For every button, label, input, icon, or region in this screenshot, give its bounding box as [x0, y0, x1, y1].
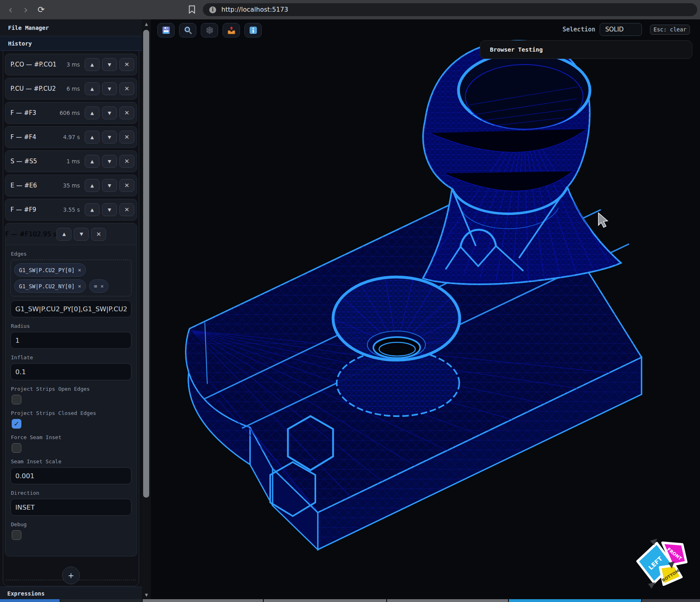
history-header[interactable]: History: [0, 36, 142, 51]
move-up-button[interactable]: ▲: [85, 203, 100, 216]
move-down-button[interactable]: ▼: [102, 82, 117, 95]
view-cube[interactable]: LEFT FRONT BOTTOM: [638, 539, 686, 589]
scrollbar-thumb[interactable]: [143, 30, 149, 498]
search-button[interactable]: [179, 23, 196, 37]
history-item-time: 3.55 s: [63, 206, 80, 213]
direction-input[interactable]: [10, 499, 131, 516]
history-item-label: P.CU — #P.CU2: [10, 85, 56, 92]
history-item[interactable]: P.CU — #P.CU2 6 ms ▲ ▼ ✕: [5, 78, 137, 100]
history-item[interactable]: F — #F4 4.97 s ▲ ▼ ✕: [5, 126, 137, 148]
project-strips-closed-edges-checkbox[interactable]: ✓: [12, 419, 21, 429]
sidebar: File Manager History P.CO — #P.CO1 3 ms …: [0, 19, 142, 602]
history-item-time: 3 ms: [67, 61, 80, 68]
history-list: P.CO — #P.CO1 3 ms ▲ ▼ ✕ P.CU — #P.CU2 6…: [0, 51, 142, 556]
add-operation-button[interactable]: +: [62, 567, 80, 584]
move-down-button[interactable]: ▼: [74, 228, 89, 241]
history-item-label: F — #F3: [10, 109, 36, 117]
history-item-label: P.CO — #P.CO1: [10, 61, 56, 68]
site-info-icon[interactable]: i: [209, 6, 216, 13]
debug-checkbox[interactable]: [12, 530, 21, 540]
delete-button[interactable]: ✕: [119, 58, 134, 71]
bottom-bar-segment[interactable]: [264, 599, 386, 602]
equals-tag-label: =: [94, 283, 97, 290]
edge-tag-label: G1_SW|P.CU2_PY[0]: [19, 267, 75, 273]
model-wireframe: [186, 41, 642, 550]
export-tray-icon: [227, 26, 235, 34]
radius-label: Radius: [11, 323, 137, 329]
export-button[interactable]: [223, 23, 240, 37]
bottom-bar-segment: [642, 599, 700, 602]
move-up-button[interactable]: ▲: [85, 82, 100, 95]
back-icon[interactable]: ‹: [3, 0, 18, 19]
seam-inset-scale-label: Seam Inset Scale: [11, 458, 137, 465]
scroll-up-icon[interactable]: ▲: [142, 22, 151, 26]
url-text[interactable]: http://localhost:5173: [221, 6, 288, 13]
move-down-button[interactable]: ▼: [102, 179, 117, 192]
equals-tag[interactable]: = ✕: [89, 279, 108, 293]
move-down-button[interactable]: ▼: [102, 155, 117, 168]
history-item-label: F — #F9: [10, 206, 36, 213]
move-up-button[interactable]: ▲: [85, 179, 100, 192]
expressions-header[interactable]: Expressions: [0, 587, 142, 600]
history-item[interactable]: F — #F10 2.95 s ▲ ▼ ✕: [5, 223, 137, 245]
project-strips-open-edges-checkbox[interactable]: [12, 395, 21, 404]
edges-input[interactable]: [10, 300, 131, 317]
bookmark-icon[interactable]: [189, 5, 195, 14]
selection-mode-select[interactable]: SOLID: [600, 23, 642, 36]
remove-tag-icon[interactable]: ✕: [100, 283, 104, 289]
scroll-down-icon[interactable]: ▼: [142, 593, 151, 597]
move-down-button[interactable]: ▼: [102, 106, 117, 119]
remove-tag-icon[interactable]: ✕: [78, 283, 81, 289]
browser-chrome: ‹ › ⟳ i http://localhost:5173: [0, 0, 700, 19]
mesh-toggle-button[interactable]: [201, 23, 218, 37]
info-button[interactable]: [244, 23, 262, 37]
delete-button[interactable]: ✕: [119, 155, 134, 168]
bottom-bar-segment[interactable]: [387, 599, 508, 602]
save-button[interactable]: [157, 23, 175, 37]
move-down-button[interactable]: ▼: [102, 203, 117, 216]
direction-label: Direction: [11, 490, 137, 496]
history-item[interactable]: F — #F3 606 ms ▲ ▼ ✕: [5, 102, 137, 124]
delete-button[interactable]: ✕: [91, 228, 106, 241]
history-item[interactable]: F — #F9 3.55 s ▲ ▼ ✕: [5, 199, 137, 221]
move-up-button[interactable]: ▲: [85, 58, 100, 71]
history-item[interactable]: P.CO — #P.CO1 3 ms ▲ ▼ ✕: [5, 54, 137, 75]
history-item-time: 1 ms: [67, 158, 80, 165]
bottom-bar-segment[interactable]: [0, 599, 60, 602]
bottom-bar-segment[interactable]: [509, 599, 641, 602]
inflate-input[interactable]: [10, 363, 131, 380]
radius-input[interactable]: [10, 332, 131, 349]
project-strips-closed-edges-label: Project Strips Closed Edges: [11, 410, 137, 416]
history-item[interactable]: S — #S5 1 ms ▲ ▼ ✕: [5, 150, 137, 172]
history-item-time: 2.95 s: [37, 230, 56, 238]
reload-icon[interactable]: ⟳: [34, 0, 48, 19]
url-bar[interactable]: i http://localhost:5173: [203, 3, 697, 16]
seam-inset-scale-input[interactable]: [10, 467, 131, 484]
edge-tag[interactable]: G1_SW|P.CU2_PY[0] ✕: [14, 263, 86, 277]
history-item-label: F — #F10: [5, 230, 37, 238]
history-item-time: 606 ms: [60, 110, 80, 116]
move-up-button[interactable]: ▲: [56, 228, 71, 241]
delete-button[interactable]: ✕: [119, 203, 134, 216]
history-item[interactable]: E — #E6 35 ms ▲ ▼ ✕: [5, 175, 137, 196]
info-icon: [249, 26, 257, 34]
delete-button[interactable]: ✕: [119, 179, 134, 192]
remove-tag-icon[interactable]: ✕: [78, 267, 81, 273]
move-down-button[interactable]: ▼: [102, 58, 117, 71]
file-manager-header[interactable]: File Manager: [0, 19, 142, 36]
move-up-button[interactable]: ▲: [85, 131, 100, 144]
sidebar-scrollbar[interactable]: ▲ ▼: [142, 19, 151, 602]
delete-button[interactable]: ✕: [119, 106, 134, 119]
history-item-label: F — #F4: [10, 133, 36, 141]
move-up-button[interactable]: ▲: [85, 155, 100, 168]
forward-icon[interactable]: ›: [19, 0, 33, 19]
force-seam-inset-label: Force Seam Inset: [11, 434, 137, 440]
delete-button[interactable]: ✕: [119, 82, 134, 95]
history-item-label: E — #E6: [10, 182, 37, 189]
edge-tag[interactable]: G1_SW|P.CU2_NY[0] ✕: [14, 279, 86, 293]
move-down-button[interactable]: ▼: [102, 131, 117, 144]
force-seam-inset-checkbox[interactable]: [12, 443, 21, 453]
bottom-bar-segment[interactable]: [143, 599, 263, 602]
delete-button[interactable]: ✕: [119, 131, 134, 144]
move-up-button[interactable]: ▲: [85, 106, 100, 119]
